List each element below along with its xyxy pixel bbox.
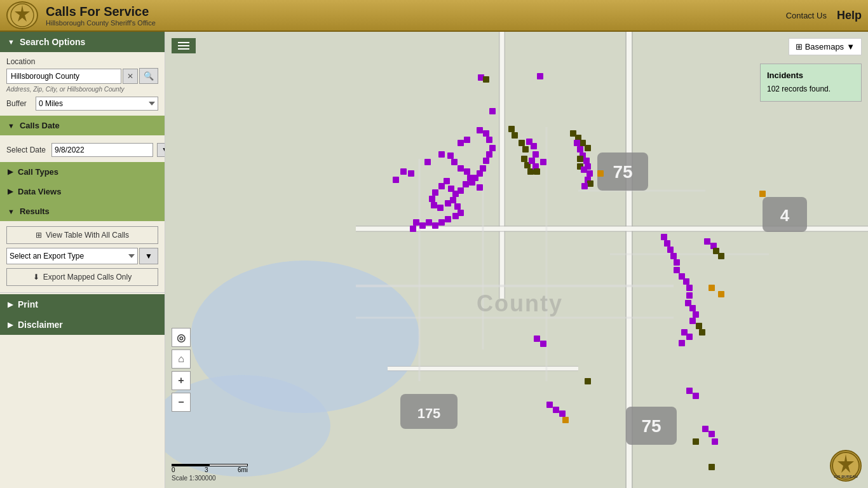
call-types-header[interactable]: ▶ Call Types: [0, 162, 165, 182]
print-header[interactable]: ▶ Print: [0, 294, 165, 315]
map-dot: [664, 240, 670, 247]
map-dot: [585, 145, 591, 151]
map-dot: [696, 323, 702, 329]
map-dot: [540, 159, 546, 165]
map-dot: [702, 426, 709, 432]
map-dot: [585, 378, 591, 384]
location-row: ✕ 🔍: [6, 68, 158, 84]
contact-link[interactable]: Contact Us: [786, 11, 827, 20]
calls-date-header[interactable]: ▼ Calls Date: [0, 116, 165, 135]
incidents-title: Incidents: [767, 71, 855, 80]
map-dot: [437, 205, 444, 211]
export-dropdown-button[interactable]: ▼: [139, 248, 158, 264]
map-dot: [483, 130, 489, 137]
locate-button[interactable]: ◎: [172, 328, 191, 347]
export-mapped-label: Export Mapped Calls Only: [43, 273, 132, 281]
svg-text:175: 175: [417, 405, 441, 421]
map-dot: [438, 183, 445, 189]
map-dot: [452, 213, 459, 219]
call-types-label: Call Types: [18, 167, 58, 177]
map-dot: [574, 140, 580, 146]
map-dot: [486, 151, 492, 158]
svg-text:GIS BUREAU: GIS BUREAU: [834, 475, 858, 478]
map-dot: [693, 393, 699, 399]
buffer-label: Buffer: [6, 99, 32, 108]
hamburger-menu-button[interactable]: [172, 38, 196, 53]
svg-text:County: County: [477, 290, 563, 316]
scale-label-6: 6mi: [238, 466, 248, 473]
basemaps-button[interactable]: ⊞ Basemaps ▼: [789, 38, 862, 55]
map-dot: [670, 253, 677, 259]
map-dot: [400, 168, 407, 175]
map-dot: [587, 170, 593, 177]
location-search-button[interactable]: 🔍: [139, 68, 158, 84]
select-date-label: Select Date: [6, 146, 48, 154]
buffer-select[interactable]: 0 Miles 1 Mile 5 Miles 10 Miles: [36, 97, 158, 111]
map-dot: [512, 132, 518, 139]
export-type-select[interactable]: Select an Export Type: [6, 248, 138, 264]
map-dot: [718, 291, 724, 297]
view-table-button[interactable]: ⊞ View Table With All Calls: [6, 226, 158, 244]
map-dot: [686, 388, 693, 394]
map-dot: [447, 152, 454, 159]
map-container[interactable]: 75 4 75 175 County ⊞ Basemaps ▼ In: [165, 32, 868, 488]
zoom-out-button[interactable]: −: [172, 393, 191, 412]
calls-date-arrow: ▼: [8, 122, 15, 130]
map-dot: [693, 311, 699, 318]
export-mapped-button[interactable]: ⬇ Export Mapped Calls Only: [6, 268, 158, 286]
map-dot: [483, 76, 489, 83]
svg-text:4: 4: [780, 206, 790, 225]
map-dot: [426, 219, 432, 226]
location-input[interactable]: [6, 69, 121, 84]
gis-badge: GIS BUREAU: [830, 450, 862, 482]
map-dot: [432, 222, 438, 229]
map-dot: [489, 108, 496, 114]
home-button[interactable]: ⌂: [172, 349, 191, 369]
map-dot: [534, 168, 540, 175]
map-dot: [445, 216, 451, 222]
map-dot: [704, 238, 710, 245]
app-title: Calls For Service: [46, 4, 786, 19]
svg-text:75: 75: [613, 162, 632, 182]
map-dot: [674, 259, 680, 266]
map-dot: [709, 464, 715, 470]
scale-bar-labels: 0 3 6mi: [172, 466, 248, 473]
map-dot: [464, 137, 470, 143]
map-controls: ◎ ⌂ + −: [172, 328, 191, 412]
export-row: Select an Export Type ▼: [6, 248, 158, 264]
map-dot: [577, 156, 583, 162]
scale-label-3: 3: [205, 466, 208, 473]
map-dot: [458, 165, 464, 172]
table-icon: ⊞: [36, 231, 42, 240]
scale-bar: 0 3 6mi Scale 1:300000: [172, 464, 248, 482]
print-arrow: ▶: [8, 301, 13, 309]
main: ▼ Search Options Location ✕ 🔍 Address, Z…: [0, 32, 868, 488]
download-icon: ⬇: [33, 273, 39, 281]
search-options-header[interactable]: ▼ Search Options: [0, 32, 165, 52]
map-dot: [718, 253, 724, 259]
help-link[interactable]: Help: [837, 9, 862, 22]
location-clear-button[interactable]: ✕: [123, 69, 138, 84]
map-dot: [597, 170, 604, 177]
map-dot: [424, 159, 431, 165]
results-header[interactable]: ▼ Results: [0, 201, 165, 221]
hamburger-line-2: [178, 45, 189, 46]
results-label: Results: [20, 207, 50, 216]
map-dot: [486, 137, 492, 143]
map-dot: [712, 438, 718, 445]
date-input[interactable]: [51, 143, 153, 157]
print-label: Print: [18, 299, 38, 309]
map-dot: [759, 191, 766, 197]
map-dot: [477, 184, 483, 191]
disclaimer-header[interactable]: ▶ Disclaimer: [0, 315, 165, 335]
disclaimer-label: Disclaimer: [18, 320, 63, 330]
date-dropdown-button[interactable]: ▼: [157, 143, 165, 157]
map-dot: [532, 151, 539, 158]
header: Calls For Service Hillsborough County Sh…: [0, 0, 868, 32]
map-dot: [410, 226, 416, 232]
map-dot: [483, 158, 489, 164]
map-dot: [519, 140, 525, 146]
map-dot: [686, 334, 693, 340]
data-views-header[interactable]: ▶ Data Views: [0, 182, 165, 201]
zoom-in-button[interactable]: +: [172, 371, 191, 390]
